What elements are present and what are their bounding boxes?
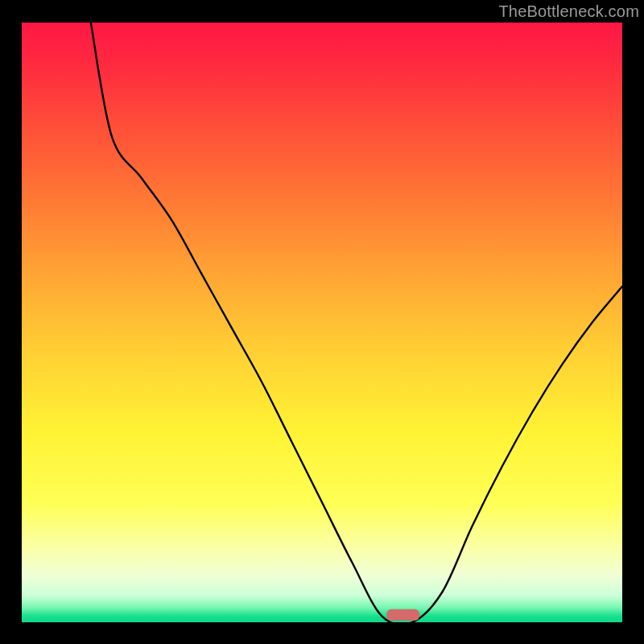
watermark-label: TheBottleneck.com [498,2,639,21]
bottleneck-chart [0,0,644,644]
gradient-background [22,23,622,622]
optimal-marker [386,609,419,621]
chart-frame: TheBottleneck.com [0,0,644,644]
